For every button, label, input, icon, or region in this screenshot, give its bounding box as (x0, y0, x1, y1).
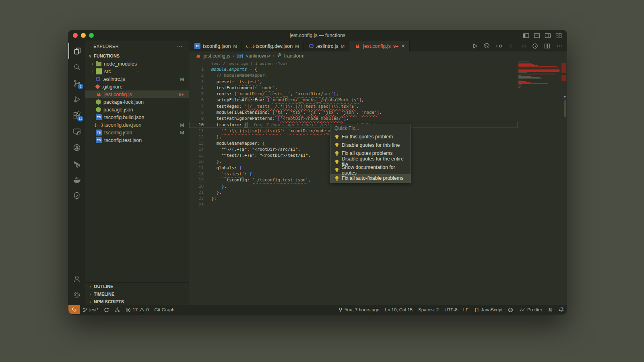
line-number: 21 (189, 189, 204, 195)
code-line-2[interactable]: 2 // moduleNameMapper, (189, 72, 518, 78)
code-line-22[interactable]: 22}; (189, 195, 518, 202)
chevron-right-icon: › (88, 300, 93, 304)
jest-file-icon (195, 53, 201, 59)
quick-fix-item[interactable]: Disable quotes for this line (330, 141, 411, 150)
breadcrumb-symbol[interactable]: <unknown> (246, 53, 270, 59)
feedback-icon[interactable] (545, 305, 556, 314)
cursor-position-item[interactable]: Ln 10, Col 15 (382, 305, 415, 314)
git-branch-item[interactable]: jest* (80, 305, 101, 314)
timeline-section-header[interactable]: ›TIMELINE (85, 290, 189, 298)
terraform-icon[interactable] (68, 156, 85, 172)
folder-file-icon (96, 62, 101, 66)
toggle-sidebar-icon[interactable] (523, 33, 529, 39)
toggle-panel-icon[interactable] (534, 33, 540, 39)
quick-fix-item[interactable]: Fix this quotes problem (330, 133, 411, 141)
quick-fix-menu: Quick Fix... Fix this quotes problemDisa… (330, 124, 411, 183)
tab-tsconfig.json[interactable]: TStsconfig.jsonM (189, 41, 242, 51)
file-name: jest.config.js (104, 92, 132, 97)
run-debug-icon[interactable] (68, 91, 85, 107)
file-row-package-lock.json[interactable]: package-lock.json (85, 98, 189, 106)
code-line-3[interactable]: 3 preset: 'ts-jest', (189, 79, 518, 85)
explorer-more-actions-icon[interactable]: ··· (177, 44, 183, 49)
search-icon[interactable] (68, 59, 85, 75)
prettier-item[interactable]: ✓✓Prettier (516, 305, 545, 314)
file-row-node_modules[interactable]: ›node_modules (85, 60, 189, 68)
code-line-6[interactable]: 6 setupFilesAfterEnv: ['<rootDir>/__mock… (189, 97, 518, 103)
language-mode-item[interactable]: {}JavaScript (471, 305, 505, 314)
workspace-section-header[interactable]: ∨ FUNCTIONS (85, 52, 189, 60)
file-row-tsconfig.build.json[interactable]: TStsconfig.build.json (85, 113, 189, 121)
file-row-tsconfig.test.json[interactable]: TStsconfig.test.json (85, 136, 189, 144)
file-row-tsconfig.dev.json[interactable]: {..}tsconfig.dev.jsonM (85, 121, 189, 129)
close-tab-icon[interactable]: × (402, 43, 405, 49)
nav-previous-icon[interactable] (508, 43, 514, 49)
remote-indicator[interactable] (68, 305, 80, 314)
todo-tree-icon[interactable] (68, 188, 85, 204)
file-row-tsconfig.json[interactable]: TStsconfig.jsonM (85, 129, 189, 136)
file-row-src[interactable]: ›src (85, 68, 189, 75)
code-line-21[interactable]: 21 }, (189, 189, 518, 195)
gitlens-clock-icon[interactable] (532, 43, 539, 49)
blame-item[interactable]: You, 7 hours ago (335, 305, 382, 314)
code-line-1[interactable]: 1module.exports = { (189, 66, 518, 72)
toggle-secondary-sidebar-icon[interactable] (545, 33, 551, 39)
timeline-history-icon[interactable] (483, 43, 490, 49)
problems-item[interactable]: 17 0 (123, 305, 151, 314)
extensions-icon[interactable]: 11 (68, 107, 85, 123)
quick-fix-item[interactable]: Show documentation for quotes (330, 166, 411, 174)
eol-item[interactable]: LF (460, 305, 471, 314)
chevron-right-icon: › (233, 53, 234, 58)
source-control-icon[interactable]: 3 (68, 75, 85, 91)
file-row-jest.config.js[interactable]: jest.config.js9+ (85, 90, 189, 98)
sidebar-bottom-sections: ›OUTLINE ›TIMELINE ›NPM SCRIPTS (85, 282, 189, 305)
quick-fix-item[interactable]: Fix all auto-fixable problems (330, 174, 411, 183)
tab-jest.config.js[interactable]: jest.config.js9+× (349, 41, 410, 51)
code-line-20[interactable]: 20 }, (189, 183, 518, 189)
chevron-down-icon: ∨ (88, 54, 93, 58)
vscode-window: jest.config.js — functions 3 11 (68, 30, 567, 314)
settings-gear-icon[interactable] (68, 287, 85, 303)
sync-icon[interactable] (101, 305, 112, 314)
git-graph-icon[interactable] (68, 140, 85, 156)
notifications-bell-icon[interactable] (556, 305, 567, 314)
encoding-item[interactable]: UTF-8 (442, 305, 460, 314)
scrollbar-thumb[interactable] (564, 100, 566, 117)
line-number: 17 (189, 165, 204, 171)
more-actions-icon[interactable] (556, 43, 563, 49)
close-window-button[interactable] (73, 33, 78, 38)
eslint-status-icon[interactable] (505, 305, 516, 314)
gitlens-fork-icon[interactable] (112, 305, 123, 314)
file-row-.eslintrc.js[interactable]: .eslintrc.jsM (85, 75, 189, 83)
code-line-8[interactable]: 8 moduleFileExtensions: ['ts', 'tsx', 'j… (189, 109, 518, 115)
npm-scripts-section-header[interactable]: ›NPM SCRIPTS (85, 298, 189, 305)
file-name: tsconfig.build.json (104, 115, 144, 120)
file-row-package.json[interactable]: package.json (85, 106, 189, 113)
accounts-icon[interactable] (68, 271, 85, 287)
tab-tsconfig.dev.json[interactable]: {..}tsconfig.dev.jsonM (242, 41, 304, 51)
remote-explorer-icon[interactable] (68, 123, 85, 140)
file-name: package-lock.json (103, 99, 144, 105)
file-row-.gitignore[interactable]: .gitignore (85, 83, 189, 90)
nav-next-icon[interactable] (520, 43, 526, 49)
split-editor-icon[interactable] (544, 43, 551, 49)
breadcrumb-member[interactable]: transform (284, 53, 305, 59)
explorer-icon[interactable] (68, 43, 85, 59)
minimap[interactable] (518, 62, 560, 89)
code-line-4[interactable]: 4 testEnvironment: 'node', (189, 85, 518, 91)
back-icon[interactable] (495, 43, 502, 49)
outline-section-header[interactable]: ›OUTLINE (85, 282, 189, 290)
error-marker (561, 75, 566, 81)
zoom-window-button[interactable] (89, 33, 94, 38)
customize-layout-icon[interactable] (555, 33, 562, 39)
code-line-23[interactable]: 23 (189, 202, 518, 208)
code-line-9[interactable]: 9 testPathIgnorePatterns: ['<rootDir>/no… (189, 115, 518, 121)
minimize-window-button[interactable] (81, 33, 86, 38)
git-graph-item[interactable]: Git Graph (152, 305, 178, 314)
code-line-5[interactable]: 5 roots: ['<rootDir>/__tests__', '<rootD… (189, 91, 518, 97)
breadcrumb-file[interactable]: jest.config.js (204, 53, 230, 59)
docker-icon[interactable] (68, 172, 85, 188)
run-file-icon[interactable] (471, 43, 478, 49)
tab-.eslintrc.js[interactable]: .eslintrc.jsM (304, 41, 349, 51)
code-line-7[interactable]: 7 testRegex: '(/__tests__/.*|(\\.|/)(tes… (189, 103, 518, 109)
indentation-item[interactable]: Spaces: 2 (415, 305, 442, 314)
